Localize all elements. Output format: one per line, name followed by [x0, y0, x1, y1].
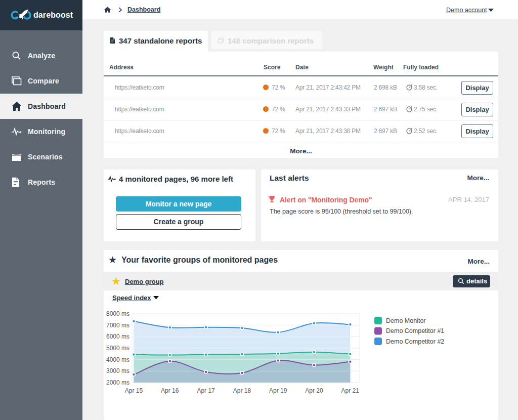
- svg-text:8000 ms: 8000 ms: [106, 310, 130, 317]
- svg-text:Demo Monitor: Demo Monitor: [386, 317, 426, 324]
- svg-text:2000 ms: 2000 ms: [106, 379, 130, 386]
- svg-text:Apr 16: Apr 16: [161, 387, 179, 394]
- svg-text:4000 ms: 4000 ms: [106, 356, 130, 363]
- svg-text:7000 ms: 7000 ms: [106, 322, 130, 329]
- svg-text:Demo Competitor #2: Demo Competitor #2: [386, 338, 444, 345]
- svg-text:Apr 20: Apr 20: [305, 387, 323, 394]
- svg-text:Apr 18: Apr 18: [233, 387, 251, 394]
- svg-text:Apr 21: Apr 21: [341, 387, 360, 394]
- svg-text:6000 ms: 6000 ms: [106, 333, 130, 340]
- svg-text:Apr 17: Apr 17: [197, 387, 215, 394]
- svg-text:Apr 15: Apr 15: [125, 387, 143, 394]
- svg-text:Apr 19: Apr 19: [269, 387, 287, 394]
- svg-text:Demo Competitor #1: Demo Competitor #1: [386, 327, 444, 334]
- svg-text:5000 ms: 5000 ms: [106, 345, 130, 352]
- svg-text:3000 ms: 3000 ms: [106, 367, 130, 374]
